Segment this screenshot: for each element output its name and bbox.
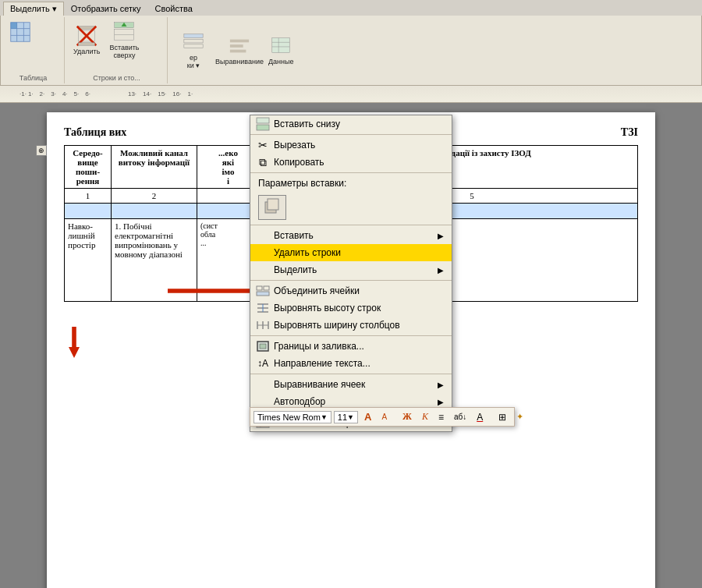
color-btn[interactable]: аб↓ [450, 411, 470, 423]
er-icon [183, 31, 204, 53]
menu-item-copy[interactable]: ⧉ Копировать [250, 154, 452, 171]
svg-rect-15 [184, 34, 203, 38]
menu-item-cut[interactable]: ✂ Вырезать [250, 136, 452, 154]
insert-submenu-arrow: ▶ [438, 232, 444, 240]
font-selector[interactable]: Times New Rom ▼ [254, 411, 332, 423]
group-rows-label: Строки и сто... [66, 74, 167, 82]
document-area: ⊕ Таблиця вих ТЗІ Середо-вищепоши-рення … [0, 103, 702, 588]
group-right: ер ки ▾ Выравнивание [169, 17, 300, 83]
align-btn-mini[interactable]: ≡ [434, 410, 448, 424]
data-icon [270, 35, 292, 57]
text-dir-icon: ↕A [255, 356, 271, 371]
svg-rect-28 [268, 199, 278, 210]
tab-props[interactable]: Свойства [148, 2, 200, 16]
menu-item-text-dir[interactable]: ↕A Направление текста... [250, 355, 452, 372]
menu-item-delete-rows[interactable]: Удалить строки [250, 244, 452, 261]
separator-5 [250, 335, 452, 336]
row-height-icon [255, 300, 271, 316]
menu-item-insert-below[interactable]: Вставить снизу [250, 115, 452, 133]
svg-rect-17 [184, 44, 203, 48]
scissors-icon: ✂ [255, 137, 271, 153]
bold-button[interactable]: Ж [399, 409, 416, 424]
tab-grid[interactable]: Отобразить сетку [64, 2, 148, 16]
svg-rect-29 [257, 286, 262, 290]
svg-rect-18 [230, 40, 249, 43]
font-shrink-button[interactable]: A [378, 411, 391, 423]
header-col1: Середо-вищепоши-рення [65, 146, 112, 189]
num1: 1 [65, 189, 112, 204]
separator-6 [250, 374, 452, 374]
data-col1: Навко-лишнійпростір [65, 219, 112, 302]
extra-btn[interactable]: ✦ [512, 410, 527, 423]
svg-rect-19 [230, 44, 243, 48]
sel-col1 [65, 204, 112, 219]
svg-rect-41 [260, 344, 266, 349]
data-button[interactable]: Данные [266, 33, 296, 68]
italic-button[interactable]: К [418, 409, 432, 424]
autofit-arrow: ▶ [438, 398, 444, 406]
select-submenu-arrow: ▶ [438, 266, 444, 275]
group-rows: Удалить Вставить сверху Строки и сто... [66, 17, 168, 83]
menu-item-row-height[interactable]: Выровнять высоту строк [250, 299, 452, 317]
font-grow-button[interactable]: A [360, 409, 375, 424]
col-width-icon [255, 317, 271, 333]
insert-above-icon [113, 21, 135, 43]
svg-rect-26 [257, 125, 269, 130]
select-icon [255, 262, 271, 278]
menu-item-col-width[interactable]: Выровнять ширину столбцов [250, 317, 452, 334]
er-button[interactable]: ер ки ▾ [174, 29, 213, 72]
ribbon-content: Таблица Удалить [0, 16, 702, 86]
mini-toolbar: Times New Rom ▼ 11 ▼ A A Ж К ≡ [250, 407, 515, 427]
svg-rect-6 [79, 27, 95, 30]
red-arrow-down [69, 327, 80, 358]
separator-2 [250, 172, 452, 173]
svg-rect-21 [272, 38, 289, 53]
menu-item-paste-btn[interactable] [250, 192, 452, 223]
ruler: ·1· 1· 2· 3· 4· 5· 6· 13· 14· 15· 16· 1· [0, 86, 702, 103]
table-group-row [7, 19, 59, 45]
delete-rows-icon [255, 245, 271, 260]
svg-rect-25 [257, 118, 269, 123]
font-dropdown-arrow[interactable]: ▼ [321, 413, 328, 421]
border-btn[interactable]: ⊞ [495, 410, 510, 424]
paste-big-button[interactable] [258, 195, 286, 220]
menu-item-paste-params-label: Параметры вставки: [250, 175, 452, 192]
insert-icon [255, 228, 271, 243]
font-size-selector[interactable]: 11 ▼ [334, 411, 358, 423]
align-button[interactable]: Выравнивание [213, 33, 266, 68]
table-grid-icon [9, 21, 31, 43]
separator-3 [250, 225, 452, 225]
menu-item-cell-align[interactable]: Выравнивание ячеек ▶ [250, 376, 452, 393]
insert-above-button[interactable]: Вставить сверху [107, 19, 141, 62]
num2: 2 [112, 189, 197, 204]
separator-1 [250, 134, 452, 135]
group-table: Таблица [2, 17, 65, 83]
copy-icon: ⧉ [255, 154, 271, 170]
context-menu: Вставить снизу ✂ Вырезать ⧉ Копировать П… [250, 115, 452, 432]
page-title-left: Таблиця вих [64, 126, 126, 139]
svg-rect-10 [79, 43, 95, 46]
svg-rect-16 [184, 39, 203, 43]
highlight-btn[interactable]: А [473, 410, 487, 424]
tab-videlity[interactable]: Выделить ▾ [3, 2, 64, 16]
menu-item-insert[interactable]: Вставить ▶ [250, 227, 452, 244]
svg-rect-20 [230, 50, 246, 53]
move-handle[interactable]: ⊕ [36, 145, 47, 156]
page-title-right: ТЗІ [621, 126, 638, 139]
menu-item-merge[interactable]: Объединить ячейки [250, 282, 452, 299]
merge-icon [255, 283, 271, 299]
svg-rect-5 [11, 23, 17, 29]
svg-rect-31 [257, 292, 269, 296]
insert-below-icon [255, 116, 271, 132]
table-grid-button[interactable] [7, 19, 34, 45]
cell-align-icon [255, 377, 271, 392]
size-dropdown-arrow[interactable]: ▼ [347, 413, 354, 421]
svg-rect-30 [264, 286, 269, 290]
menu-item-select[interactable]: Выделить ▶ [250, 261, 452, 278]
rows-group-top: Удалить Вставить сверху [71, 19, 162, 62]
menu-item-borders[interactable]: Границы и заливка... [250, 338, 452, 355]
cell-align-arrow: ▶ [438, 381, 444, 389]
delete-button[interactable]: Удалить [71, 23, 102, 58]
separator-4 [250, 280, 452, 281]
ribbon-tabs: Выделить ▾ Отобразить сетку Свойства [0, 0, 702, 16]
